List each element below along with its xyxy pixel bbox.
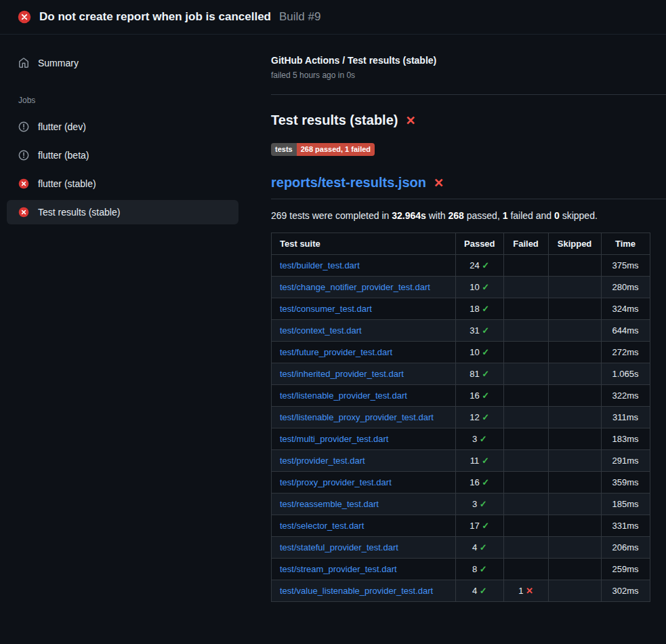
suite-cell: test/inherited_provider_test.dart (272, 363, 456, 385)
failed-cell (503, 428, 548, 450)
suite-link[interactable]: test/change_notifier_provider_test.dart (280, 282, 430, 292)
suite-cell: test/builder_test.dart (272, 255, 456, 277)
failed-cell: 1 ✕ (503, 580, 548, 602)
suite-cell: test/stream_provider_test.dart (272, 559, 456, 580)
count-value: 12 (470, 412, 479, 422)
table-row: test/value_listenable_provider_test.dart… (272, 580, 650, 602)
time-cell: 291ms (601, 450, 650, 472)
skipped-cell (548, 342, 601, 363)
summary-failed-count: 1 (503, 210, 508, 221)
pass-check-icon: ✓ (480, 542, 487, 552)
suite-link[interactable]: test/proxy_provider_test.dart (280, 477, 392, 487)
passed-cell: 3 ✓ (456, 494, 504, 515)
pass-check-icon: ✓ (482, 325, 489, 336)
pass-check-icon: ✓ (482, 521, 489, 531)
passed-cell: 16 ✓ (456, 472, 504, 494)
suite-link[interactable]: test/stream_provider_test.dart (280, 564, 397, 574)
pass-check-icon: ✓ (480, 586, 487, 596)
suite-link[interactable]: test/value_listenable_provider_test.dart (280, 586, 433, 596)
table-row: test/selector_test.dart 17 ✓ 331ms (272, 515, 650, 537)
skipped-cell (548, 559, 601, 580)
count-value: 1 (518, 586, 523, 596)
time-cell: 324ms (601, 298, 650, 320)
skipped-cell (548, 298, 601, 320)
passed-cell: 17 ✓ (456, 515, 504, 537)
suite-cell: test/listenable_provider_test.dart (272, 385, 456, 407)
suite-link[interactable]: test/stateful_provider_test.dart (280, 542, 398, 552)
failed-cell (503, 363, 548, 385)
failed-cell (503, 494, 548, 515)
suite-link[interactable]: test/multi_provider_test.dart (280, 434, 388, 444)
run-meta: failed 5 hours ago in 0s (271, 71, 666, 80)
table-header-row: Test suite Passed Failed Skipped Time (272, 233, 650, 255)
run-header: Do not create report when job is cancell… (0, 0, 666, 35)
sidebar-item-flutter-stable[interactable]: flutter (stable) (7, 172, 238, 196)
pass-check-icon: ✓ (482, 282, 489, 292)
time-cell: 280ms (601, 277, 650, 298)
passed-cell: 4 ✓ (456, 537, 504, 559)
pass-check-icon: ✓ (482, 477, 489, 487)
count-value: 24 (470, 260, 479, 270)
section-title-text: Test results (stable) (271, 113, 398, 128)
test-results-table-body: test/builder_test.dart 24 ✓ 375ms test/c… (272, 255, 650, 602)
job-label: flutter (dev) (38, 121, 86, 132)
suite-link[interactable]: test/reassemble_test.dart (280, 499, 379, 509)
time-cell: 185ms (601, 494, 650, 515)
passed-cell: 8 ✓ (456, 559, 504, 580)
suite-link[interactable]: test/selector_test.dart (280, 521, 364, 531)
suite-cell: test/future_provider_test.dart (272, 342, 456, 363)
summary-text: failed and (508, 210, 555, 221)
sidebar-item-flutter-beta[interactable]: flutter (beta) (7, 143, 238, 167)
time-cell: 311ms (601, 407, 650, 428)
badge-label: tests (271, 143, 297, 156)
column-header-passed: Passed (456, 233, 504, 255)
badge-value: 268 passed, 1 failed (297, 143, 375, 156)
pass-check-icon: ✓ (482, 347, 489, 357)
suite-link[interactable]: test/inherited_provider_test.dart (280, 369, 404, 379)
suite-cell: test/value_listenable_provider_test.dart (272, 580, 456, 602)
suite-link[interactable]: test/builder_test.dart (280, 260, 360, 270)
suite-link[interactable]: test/listenable_proxy_provider_test.dart (280, 412, 434, 422)
run-title: Do not create report when job is cancell… (39, 10, 271, 24)
count-value: 4 (472, 586, 477, 596)
count-value: 8 (472, 564, 477, 574)
passed-cell: 10 ✓ (456, 277, 504, 298)
suite-link[interactable]: test/context_test.dart (280, 325, 362, 336)
job-label: flutter (stable) (38, 178, 96, 189)
skipped-cell (548, 580, 601, 602)
skipped-cell (548, 407, 601, 428)
time-cell: 183ms (601, 428, 650, 450)
suite-link[interactable]: test/consumer_test.dart (280, 304, 372, 314)
column-header-failed: Failed (503, 233, 548, 255)
count-value: 17 (470, 521, 479, 531)
layout: Summary Jobs flutter (dev) flutter (beta… (0, 35, 666, 602)
table-row: test/stateful_provider_test.dart 4 ✓ 206… (272, 537, 650, 559)
sidebar-item-flutter-dev[interactable]: flutter (dev) (7, 115, 238, 139)
skipped-cell (548, 385, 601, 407)
count-value: 16 (470, 477, 479, 487)
suite-link[interactable]: test/provider_test.dart (280, 456, 365, 466)
table-row: test/multi_provider_test.dart 3 ✓ 183ms (272, 428, 650, 450)
passed-cell: 3 ✓ (456, 428, 504, 450)
count-value: 10 (470, 347, 479, 357)
suite-link[interactable]: test/listenable_provider_test.dart (280, 390, 407, 401)
job-label: Test results (stable) (38, 207, 120, 218)
suite-link[interactable]: test/future_provider_test.dart (280, 347, 392, 357)
sidebar-item-summary[interactable]: Summary (7, 51, 238, 75)
failed-cell (503, 320, 548, 342)
failed-cell (503, 515, 548, 537)
time-cell: 302ms (601, 580, 650, 602)
report-link[interactable]: reports/test-results.json (271, 175, 426, 190)
suite-cell: test/reassemble_test.dart (272, 494, 456, 515)
suite-cell: test/listenable_proxy_provider_test.dart (272, 407, 456, 428)
failed-cell (503, 255, 548, 277)
suite-cell: test/stateful_provider_test.dart (272, 537, 456, 559)
breadcrumb[interactable]: GitHub Actions / Test results (stable) (271, 55, 666, 66)
passed-cell: 31 ✓ (456, 320, 504, 342)
time-cell: 331ms (601, 515, 650, 537)
skipped-cell (548, 320, 601, 342)
skipped-cell (548, 255, 601, 277)
table-row: test/stream_provider_test.dart 8 ✓ 259ms (272, 559, 650, 580)
count-value: 18 (470, 304, 479, 314)
sidebar-item-test-results-stable[interactable]: Test results (stable) (7, 200, 238, 224)
